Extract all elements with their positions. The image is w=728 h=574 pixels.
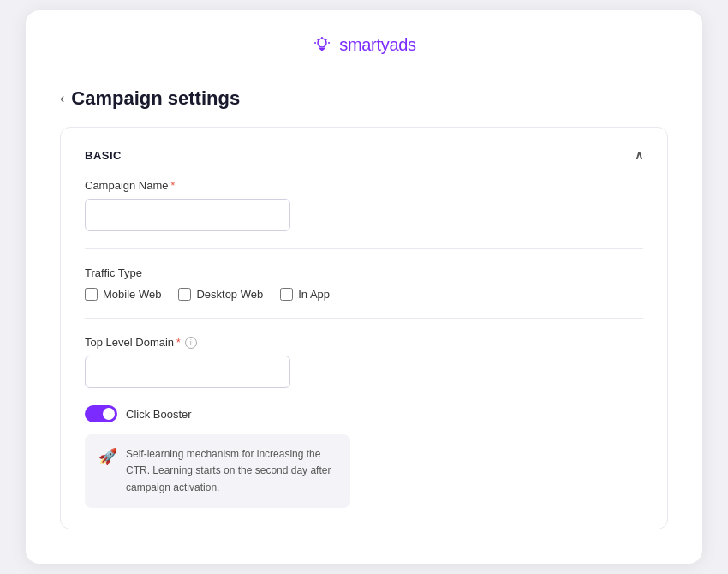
section-title: BASIC (85, 149, 122, 162)
info-box-text: Self-learning mechanism for increasing t… (126, 446, 337, 496)
checkbox-mobile-web[interactable]: Mobile Web (85, 288, 161, 301)
campaign-name-label: Campaign Name * (85, 179, 643, 192)
svg-line-5 (318, 39, 319, 40)
collapse-button[interactable]: ∧ (635, 148, 643, 162)
header: smartyads (26, 10, 702, 72)
checkbox-in-app-label: In App (298, 288, 330, 301)
page-title: Campaign settings (71, 87, 240, 110)
tld-required-indicator: * (176, 337, 181, 349)
divider-2 (85, 318, 643, 319)
required-indicator: * (171, 180, 176, 192)
checkbox-in-app-input[interactable] (280, 288, 293, 301)
divider-1 (85, 248, 643, 249)
toggle-slider (85, 405, 117, 422)
basic-section-card: BASIC ∧ Campaign Name * Traffic Type Mob… (60, 127, 668, 529)
click-booster-info-box: 🚀 Self-learning mechanism for increasing… (85, 434, 350, 508)
section-header: BASIC ∧ (85, 148, 643, 162)
click-booster-row: Click Booster (85, 405, 643, 422)
top-level-domain-input[interactable] (85, 356, 290, 388)
page-title-row: ‹ Campaign settings (26, 72, 702, 127)
logo-bulb-icon (312, 34, 332, 55)
info-box-rocket-icon: 🚀 (98, 447, 117, 466)
checkbox-desktop-web[interactable]: Desktop Web (178, 288, 263, 301)
back-button[interactable]: ‹ (60, 91, 64, 106)
logo-text: smartyads (339, 35, 416, 55)
traffic-type-field: Traffic Type Mobile Web Desktop Web In A… (85, 266, 643, 301)
checkbox-mobile-web-input[interactable] (85, 288, 98, 301)
traffic-type-label: Traffic Type (85, 266, 643, 279)
svg-line-6 (325, 39, 326, 40)
logo: smartyads (312, 34, 416, 55)
traffic-type-checkboxes: Mobile Web Desktop Web In App (85, 288, 643, 301)
checkbox-mobile-web-label: Mobile Web (103, 288, 161, 301)
click-booster-label: Click Booster (126, 408, 192, 421)
campaign-name-input[interactable] (85, 199, 290, 231)
top-level-domain-label: Top Level Domain * i (85, 336, 643, 349)
checkbox-in-app[interactable]: In App (280, 288, 330, 301)
svg-point-0 (318, 39, 326, 47)
top-level-domain-field: Top Level Domain * i (85, 336, 643, 388)
campaign-name-field: Campaign Name * (85, 179, 643, 231)
checkbox-desktop-web-input[interactable] (178, 288, 191, 301)
click-booster-toggle[interactable] (85, 405, 117, 422)
tld-info-icon[interactable]: i (185, 337, 197, 349)
checkbox-desktop-web-label: Desktop Web (196, 288, 263, 301)
page-wrapper: smartyads ‹ Campaign settings BASIC ∧ Ca… (26, 10, 702, 564)
